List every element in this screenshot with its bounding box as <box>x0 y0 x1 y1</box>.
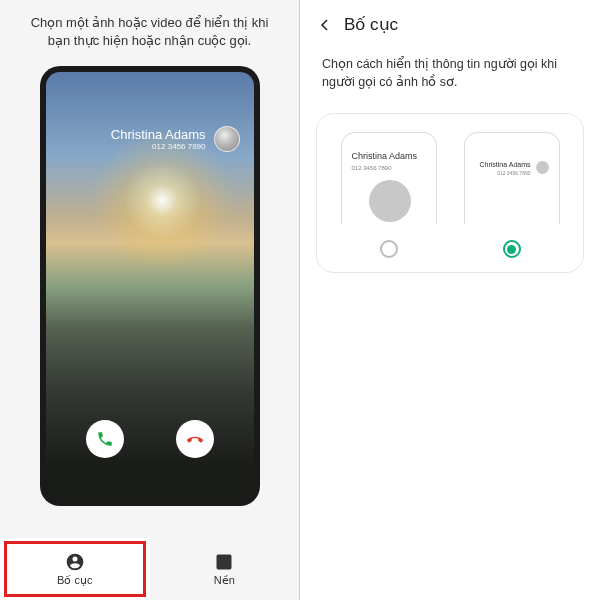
radio-large-avatar[interactable] <box>380 240 398 258</box>
phone-down-icon <box>186 430 204 448</box>
preview-number: 012 3456 7890 <box>480 170 531 176</box>
image-icon <box>214 552 234 572</box>
call-buttons <box>46 420 254 458</box>
caller-name: Christina Adams <box>111 127 206 142</box>
tab-layout[interactable]: Bố cục <box>0 538 150 600</box>
avatar-placeholder-icon <box>536 161 549 174</box>
instruction-text: Chọn một ảnh hoặc video để hiển thị khi … <box>0 0 299 58</box>
avatar-placeholder-icon <box>369 180 411 222</box>
phone-frame: Christina Adams 012 3456 7890 <box>40 66 260 506</box>
caller-number: 012 3456 7890 <box>111 142 206 151</box>
layout-option-small-avatar[interactable]: Christina Adams 012 3456 7890 <box>464 132 560 258</box>
page-description: Chọn cách hiển thị thông tin người gọi k… <box>300 41 600 99</box>
tab-layout-label: Bố cục <box>57 574 92 587</box>
tab-background[interactable]: Nền <box>150 538 300 600</box>
preview-name: Christina Adams <box>480 161 531 168</box>
layout-options: Christina Adams 012 3456 7890 Christina … <box>316 113 584 273</box>
call-background-screen: Chọn một ảnh hoặc video để hiển thị khi … <box>0 0 300 600</box>
caller-info: Christina Adams 012 3456 7890 <box>111 126 240 152</box>
person-circle-icon <box>65 552 85 572</box>
phone-screen: Christina Adams 012 3456 7890 <box>46 72 254 500</box>
layout-settings-screen: Bố cục Chọn cách hiển thị thông tin ngườ… <box>300 0 600 600</box>
caller-avatar <box>214 126 240 152</box>
bottom-tabs: Bố cục Nền <box>0 538 299 600</box>
layout-option-large-avatar[interactable]: Christina Adams 012 3456 7890 <box>341 132 437 258</box>
preview-number: 012 3456 7890 <box>352 165 418 171</box>
preview-small-avatar: Christina Adams 012 3456 7890 <box>464 132 560 224</box>
preview-large-avatar: Christina Adams 012 3456 7890 <box>341 132 437 224</box>
header: Bố cục <box>300 0 600 41</box>
phone-icon <box>96 430 114 448</box>
phone-preview-container: Christina Adams 012 3456 7890 <box>0 58 299 538</box>
answer-button[interactable] <box>86 420 124 458</box>
decline-button[interactable] <box>176 420 214 458</box>
back-icon[interactable] <box>316 16 334 34</box>
radio-small-avatar[interactable] <box>503 240 521 258</box>
preview-name: Christina Adams <box>352 151 418 161</box>
page-title: Bố cục <box>344 14 398 35</box>
tab-background-label: Nền <box>214 574 235 587</box>
